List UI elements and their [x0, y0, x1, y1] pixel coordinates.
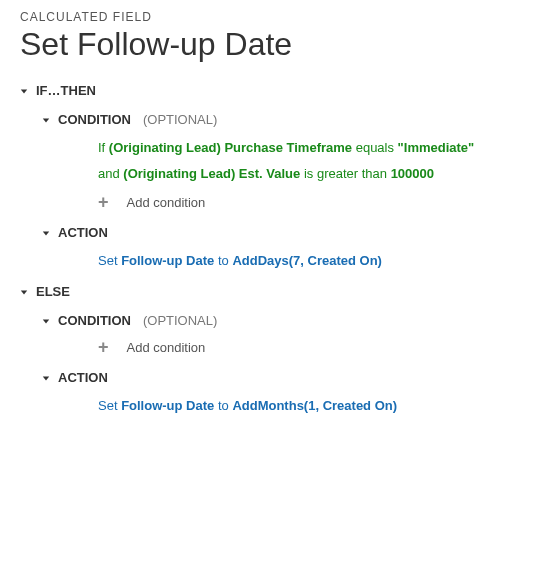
else-action-func: AddMonths(1, Created On) — [232, 398, 397, 413]
add-condition-button-else[interactable]: + Add condition — [98, 338, 513, 356]
else-action-prefix: Set — [98, 398, 121, 413]
if-action-func: AddDays(7, Created On) — [232, 253, 382, 268]
if-action-mid: to — [214, 253, 232, 268]
else-action-header[interactable]: ACTION — [42, 370, 513, 385]
cond2-prefix: and — [98, 166, 123, 181]
chevron-down-icon — [42, 317, 52, 325]
if-action-header[interactable]: ACTION — [42, 225, 513, 240]
if-then-label: IF…THEN — [36, 83, 96, 98]
action-label: ACTION — [58, 370, 108, 385]
else-action-row[interactable]: Set Follow-up Date to AddMonths(1, Creat… — [98, 395, 513, 417]
condition-row-1[interactable]: If (Originating Lead) Purchase Timeframe… — [98, 137, 513, 159]
if-condition-header[interactable]: CONDITION (OPTIONAL) — [42, 112, 513, 127]
condition-row-2[interactable]: and (Originating Lead) Est. Value is gre… — [98, 163, 513, 185]
if-action-prefix: Set — [98, 253, 121, 268]
breadcrumb: CALCULATED FIELD — [20, 10, 513, 24]
add-condition-label: Add condition — [127, 195, 206, 210]
action-label: ACTION — [58, 225, 108, 240]
page-title: Set Follow-up Date — [20, 26, 513, 63]
chevron-down-icon — [42, 229, 52, 237]
optional-label: (OPTIONAL) — [143, 313, 217, 328]
condition-label: CONDITION — [58, 313, 131, 328]
if-then-header[interactable]: IF…THEN — [20, 83, 513, 98]
cond1-value: "Immediate" — [398, 140, 475, 155]
add-condition-label: Add condition — [127, 340, 206, 355]
cond1-op: equals — [352, 140, 398, 155]
if-action-row[interactable]: Set Follow-up Date to AddDays(7, Created… — [98, 250, 513, 272]
else-header[interactable]: ELSE — [20, 284, 513, 299]
chevron-down-icon — [42, 374, 52, 382]
cond1-field: (Originating Lead) Purchase Timeframe — [109, 140, 352, 155]
else-action-mid: to — [214, 398, 232, 413]
chevron-down-icon — [42, 116, 52, 124]
else-condition-header[interactable]: CONDITION (OPTIONAL) — [42, 313, 513, 328]
cond2-field: (Originating Lead) Est. Value — [123, 166, 300, 181]
optional-label: (OPTIONAL) — [143, 112, 217, 127]
chevron-down-icon — [20, 288, 30, 296]
cond1-prefix: If — [98, 140, 109, 155]
add-condition-button-if[interactable]: + Add condition — [98, 193, 513, 211]
else-action-field: Follow-up Date — [121, 398, 214, 413]
if-action-field: Follow-up Date — [121, 253, 214, 268]
plus-icon: + — [98, 193, 109, 211]
cond2-op: is greater than — [300, 166, 390, 181]
plus-icon: + — [98, 338, 109, 356]
else-label: ELSE — [36, 284, 70, 299]
chevron-down-icon — [20, 87, 30, 95]
condition-label: CONDITION — [58, 112, 131, 127]
cond2-value: 100000 — [391, 166, 434, 181]
